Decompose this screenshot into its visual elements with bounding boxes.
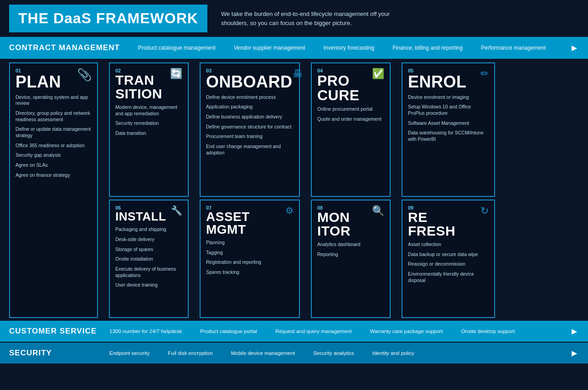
cs-item-2: Request and query management [275,328,352,334]
install-item-3: Onsite installation [115,256,182,262]
refresh-title: REFRESH [408,210,455,238]
nav-vendor-supplier[interactable]: Vendor supplier management [234,45,305,51]
onboard-list: Define device enrolment process Applicat… [206,94,294,156]
install-box: 06 INSTALL 🔧 Packaging and shipping Desk… [109,200,189,318]
assetmgmt-item-1: Tagging [206,250,294,256]
contract-bar: CONTRACT MANAGEMENT Product catalogue ma… [0,37,588,59]
logo-title: THE DaaS FRAMEWORK [18,10,198,27]
procure-box: 04 PROCURE ✅ Online procurement portal Q… [311,62,391,197]
onboard-title: ONBOARD [206,73,293,91]
refresh-item-1: Data backup or secure data wipe [408,251,489,258]
security-bar: SECURITY Endpoint security Full disk enc… [0,343,588,364]
nav-performance[interactable]: Performance management [481,45,546,51]
enrol-title-row: 05 ENROL ✏ [408,68,489,91]
refresh-icon: ↻ [480,205,489,217]
contract-title: CONTRACT MANAGEMENT [9,43,120,52]
assetmgmt-icon: ⚙ [285,205,294,216]
refresh-item-3: Environmentally friendly device disposal [408,271,489,283]
transition-header: 02 TRANSITION [115,68,162,101]
assetmgmt-box: 07 ASSETMGMT ⚙ Planning Tagging Registra… [200,200,300,318]
enrol-title: ENROL [408,73,467,91]
transition-title-row: 02 TRANSITION 🔄 [115,68,182,101]
header: THE DaaS FRAMEWORK We take the burden of… [0,0,588,37]
monitor-item-1: Reporting [317,251,384,258]
enrol-item-3: Data warehousing for SCCM/Intune with Po… [408,130,489,142]
procure-title: PROCURE [317,73,360,103]
enrol-icon: ✏ [480,68,489,80]
plan-icon: 📎 [77,68,92,82]
onboard-icon: 🖶 [293,68,303,80]
procure-title-row: 04 PROCURE ✅ [317,68,384,103]
install-item-4: Execute delivery of business application… [115,266,182,278]
nav-inventory[interactable]: Inventory forecasting [324,45,374,51]
install-title-row: 06 INSTALL 🔧 [115,205,182,223]
onboard-item-4: Procurement team training [206,133,294,140]
procure-header: 04 PROCURE [317,68,360,103]
assetmgmt-title-row: 07 ASSETMGMT ⚙ [206,205,294,236]
onboard-title-row: 03 ONBOARD 🖶 [206,68,294,91]
enrol-item-1: Setup Windows 10 and Office ProPlus proc… [408,104,489,116]
enrol-item-2: Software Asset Management [408,120,489,127]
transition-title: TRANSITION [115,73,162,101]
onboard-box: 03 ONBOARD 🖶 Define device enrolment pro… [200,62,300,197]
plan-item-3: Office 365 readiness or adoption [15,143,92,149]
transition-item-0: Modern device, management and app remedi… [115,104,182,117]
procure-item-1: Quote and order management [317,116,384,123]
monitor-title: MONITOR [317,210,351,238]
sec-item-3: Security analytics [313,350,354,356]
plan-item-5: Agree on SLAs [15,162,92,169]
plan-item-6: Agree on finance strategy [15,172,92,179]
procure-item-0: Online procurement portal [317,106,384,113]
cs-item-3: Warranty care package support [370,328,443,334]
monitor-list: Analytics dashboard Reporting [317,241,384,257]
install-title: INSTALL [115,210,166,223]
nav-finance[interactable]: Finance, billing and reporting [392,45,463,51]
cs-item-0: 1300 number for 24/7 helpdesk [109,328,182,334]
plan-item-4: Security gap analysis [15,152,92,159]
monitor-title-row: 08 MONITOR 🔍 [317,205,384,238]
customer-service-bar: CUSTOMER SERVICE 1300 number for 24/7 he… [0,321,588,342]
refresh-item-2: Reassign or decommission [408,261,489,267]
contract-nav: Product catalogue management Vendor supp… [138,45,546,51]
refresh-list: Asset collection Data backup or secure d… [408,241,489,283]
monitor-header: 08 MONITOR [317,205,351,238]
nav-product-catalogue[interactable]: Product catalogue management [138,45,216,51]
install-item-2: Storage of spares [115,246,182,253]
onboard-header: 03 ONBOARD [206,68,293,91]
onboard-item-2: Define business application delivery [206,114,294,120]
install-item-1: Desk-side delivery [115,236,182,243]
cs-item-4: Onsite desktop support [461,328,515,334]
monitor-icon: 🔍 [372,205,384,217]
transition-icon: 🔄 [170,68,182,80]
assetmgmt-item-2: Registration and reporting [206,259,294,266]
sec-item-2: Mobile device management [231,350,295,356]
onboard-item-3: Define governance structure for contract [206,124,294,130]
monitor-box: 08 MONITOR 🔍 Analytics dashboard Reporti… [311,200,391,318]
hconn-2 [192,62,196,318]
contract-bar-arrow: ► [570,43,579,53]
logo-box: THE DaaS FRAMEWORK [9,5,207,32]
hconn-4 [394,62,398,318]
security-items: Endpoint security Full disk encryption M… [109,350,570,356]
onboard-item-5: End user change management and adoption [206,144,294,156]
plan-title-row: 01 PLAN 📎 [15,68,92,91]
refresh-header: 09 REFRESH [408,205,455,238]
main-grid: 01 PLAN 📎 Device, operating system and a… [0,59,588,320]
monitor-item-0: Analytics dashboard [317,241,384,248]
procure-list: Online procurement portal Quote and orde… [317,106,384,122]
transition-item-1: Security remediation [115,120,182,127]
onboard-item-1: Application packaging [206,104,294,110]
transition-list: Modern device, management and app remedi… [115,104,182,137]
sec-item-4: Identity and policy [372,350,414,356]
enrol-box: 05 ENROL ✏ Device enrolment or imaging S… [402,62,495,197]
plan-item-0: Device, operating system and app review [15,94,92,107]
hconn-3 [304,62,307,318]
hconn-1 [102,62,105,318]
enrol-wrap: 05 ENROL ✏ Device enrolment or imaging S… [402,62,495,318]
security-title: SECURITY [9,349,109,358]
plan-header: 01 PLAN [15,68,61,91]
refresh-title-row: 09 REFRESH ↻ [408,205,489,238]
plan-title: PLAN [15,73,61,91]
procure-icon: ✅ [372,68,384,80]
refresh-item-0: Asset collection [408,241,489,248]
